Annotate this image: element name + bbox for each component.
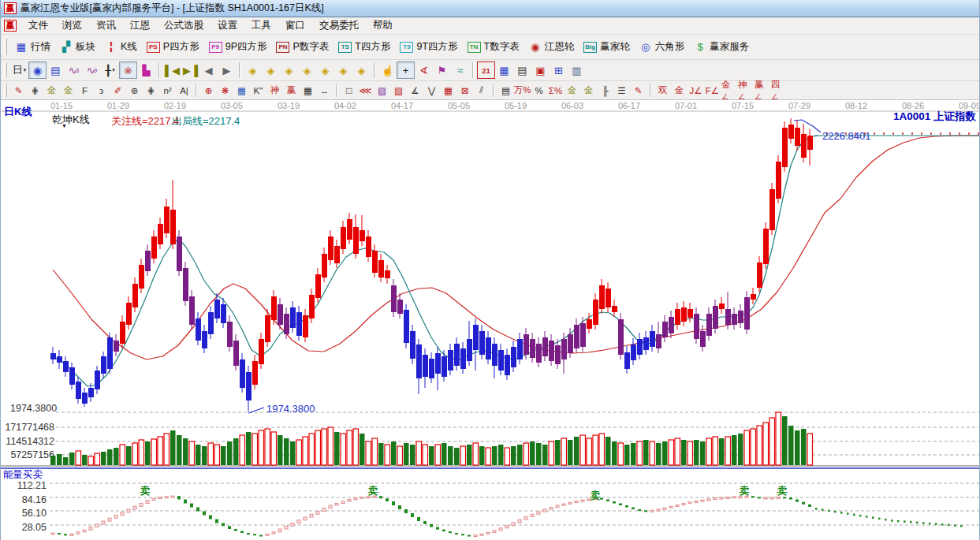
menu-item-江恩[interactable]: 江恩 — [123, 17, 157, 34]
ying-angle-button[interactable]: 赢∠ — [754, 83, 770, 99]
price-grid-button[interactable]: ▦ — [440, 83, 456, 99]
menu-item-文件[interactable]: 文件 — [21, 17, 55, 34]
p-number-table-button[interactable]: PNP数字表 — [271, 38, 333, 56]
percent-range-button[interactable]: 万% — [514, 83, 531, 99]
winner-service-button[interactable]: $赢家服务 — [689, 38, 754, 56]
calendar-button[interactable]: 21 — [477, 61, 495, 79]
fan-box-button[interactable]: ▨ — [374, 83, 390, 99]
parallel-lines-button[interactable]: ⫽ — [473, 83, 490, 99]
menu-item-设置[interactable]: 设置 — [211, 17, 244, 34]
hand-tool-button[interactable]: ☝ — [378, 61, 397, 79]
time-grid-button[interactable]: ⋕ — [27, 83, 43, 99]
shen-angle-button[interactable]: 神∠ — [737, 83, 754, 99]
zoom-left-button[interactable]: ◈ — [244, 61, 262, 79]
menu-item-帮助[interactable]: 帮助 — [366, 17, 400, 34]
pattern-search-button[interactable]: ◉ — [28, 61, 47, 79]
wave-9-button[interactable]: ∿9 — [83, 61, 101, 79]
box-tool-button[interactable]: ⊡ — [341, 83, 357, 99]
toolbar-grip[interactable] — [4, 63, 7, 77]
calculator-button[interactable]: ▦ — [495, 61, 513, 79]
menu-item-资讯[interactable]: 资讯 — [89, 17, 123, 34]
notes-button[interactable]: ▤ — [513, 61, 531, 79]
fan-box-2-button[interactable]: ▧ — [390, 83, 407, 99]
j-angle-button[interactable]: J∠ — [687, 83, 704, 99]
n-square-button[interactable]: n² — [159, 83, 176, 99]
angle-fan-button[interactable]: ∡ — [407, 83, 423, 99]
menu-item-浏览[interactable]: 浏览 — [55, 17, 89, 34]
period-select-button[interactable]: 日▾ — [10, 61, 28, 79]
mdi-child-icon[interactable]: 赢 — [4, 20, 17, 32]
go-prev-button[interactable]: ◀ — [199, 61, 218, 79]
wave-3-button[interactable]: ∿3 — [65, 61, 83, 79]
zoom-out-button[interactable]: ◈ — [316, 61, 334, 79]
chart-area[interactable]: 01-1501-2902-1903-0503-1904-0204-1705-05… — [1, 100, 980, 540]
h-lines-button[interactable]: ☰ — [613, 83, 630, 99]
si-angle-button[interactable]: 四∠ — [770, 83, 787, 99]
menu-item-公式选股[interactable]: 公式选股 — [157, 17, 211, 34]
curve-tool-button[interactable]: ≈ — [451, 61, 469, 79]
chart-window-button[interactable]: ⊞ — [550, 61, 568, 79]
gann-wheel-button[interactable]: ◉江恩轮 — [524, 38, 579, 56]
pencil-2-button[interactable]: ✎ — [630, 83, 647, 99]
quotes-button[interactable]: ▦行情 — [10, 38, 55, 56]
pencil-button[interactable]: ✎ — [10, 83, 27, 99]
zoom-in-button[interactable]: ◈ — [298, 61, 316, 79]
go-first-button[interactable]: ▌◀ — [163, 61, 181, 79]
fib-lines-button[interactable]: F — [76, 83, 93, 99]
v-check-button[interactable]: ⋁ — [423, 83, 440, 99]
number-grid-button[interactable]: ▦ — [300, 83, 316, 99]
t-number-table-button[interactable]: TNT数字表 — [463, 38, 524, 56]
toolbar-grip[interactable] — [4, 84, 7, 96]
measure-button[interactable]: ✐ — [110, 83, 126, 99]
kline-type-label[interactable]: 乾坤K线 — [52, 113, 90, 127]
fan-lines-button[interactable]: ⋘ — [357, 83, 374, 99]
span-measure-button[interactable]: ↔ — [316, 83, 333, 99]
gold-angle-2-button[interactable]: 金∠ — [721, 83, 737, 99]
sectors-button[interactable]: ▞板块 — [55, 38, 100, 56]
t-square-button[interactable]: TST四方形 — [333, 38, 395, 56]
percent-line-button[interactable]: Σ% — [547, 83, 564, 99]
chevron-down-icon[interactable]: ▼ — [61, 123, 67, 128]
number-table-button[interactable]: ▤ — [497, 83, 514, 99]
ying-lines-button[interactable]: 赢 — [283, 83, 300, 99]
indicator-title[interactable]: 能量买卖 — [3, 468, 43, 482]
menu-item-窗口[interactable]: 窗口 — [278, 17, 312, 34]
kline-button[interactable]: ╏K线 — [100, 38, 142, 56]
hexagon-button[interactable]: ◎六角形 — [635, 38, 690, 56]
zoom-fit-button[interactable]: ◈ — [334, 61, 352, 79]
zoom-all-button[interactable]: ◈ — [352, 61, 371, 79]
shen-lines-button[interactable]: 神 — [266, 83, 283, 99]
number-axis-button[interactable]: ╟ — [597, 83, 613, 99]
flag-mark-button[interactable]: ⚑ — [433, 61, 451, 79]
volume-profile-button[interactable]: ▙ — [137, 61, 155, 79]
save-button[interactable]: ▣ — [531, 61, 550, 79]
k-count-button[interactable]: K" — [250, 83, 266, 99]
double-lines-button[interactable]: 双 — [654, 83, 671, 99]
menu-item-交易委托[interactable]: 交易委托 — [312, 17, 366, 34]
f10-info-button[interactable]: ▤ — [47, 61, 65, 79]
time-lines-button[interactable]: ⋕ — [143, 83, 159, 99]
qiankun-kline-button[interactable]: ※ — [119, 61, 137, 79]
circle-tool-button[interactable]: ⊛ — [126, 83, 143, 99]
zoom-right-button[interactable]: ◈ — [262, 61, 280, 79]
gann-grid-web-button[interactable]: ▦ — [233, 83, 250, 99]
gann-target-button[interactable]: ⊕ — [200, 83, 217, 99]
gann-web-button[interactable]: ❋ — [217, 83, 233, 99]
zoom-h-button[interactable]: ◈ — [280, 61, 298, 79]
winner-wheel-button[interactable]: Big赢家轮 — [579, 38, 635, 56]
go-next-button[interactable]: ▶ — [218, 61, 236, 79]
gold-grid-2-button[interactable]: 金 — [60, 83, 76, 99]
crosshair-tool-button[interactable]: + — [397, 61, 415, 79]
candle-style-button[interactable]: ╂▾ — [101, 61, 119, 79]
spiral-button[interactable]: ϶ — [93, 83, 110, 99]
gold-line-button[interactable]: 金 — [580, 83, 597, 99]
price-grid-arrow-button[interactable]: ⊠ — [456, 83, 473, 99]
gold-angle-button[interactable]: 金 — [671, 83, 687, 99]
menu-item-工具[interactable]: 工具 — [244, 17, 278, 34]
gold-circle-button[interactable]: 金 — [564, 83, 580, 99]
go-last-button[interactable]: ▶▐ — [181, 61, 199, 79]
kline-chart-canvas[interactable]: 01-1501-2902-1903-0503-1904-0204-1705-05… — [1, 100, 980, 540]
percent-button[interactable]: % — [531, 83, 547, 99]
angle-measure-button[interactable]: ∢ — [415, 61, 433, 79]
f-angle-button[interactable]: F∠ — [704, 83, 721, 99]
